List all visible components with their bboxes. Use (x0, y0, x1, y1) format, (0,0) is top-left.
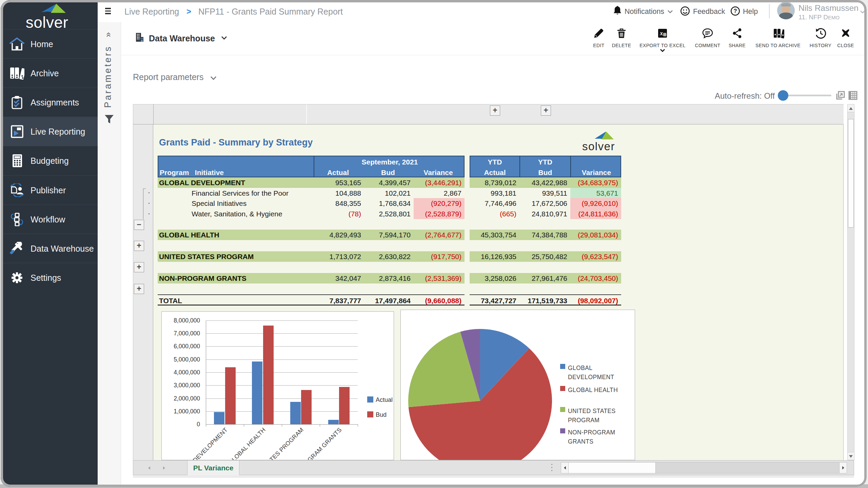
svg-text:?: ? (733, 8, 737, 14)
svg-text:x: x (659, 30, 663, 37)
